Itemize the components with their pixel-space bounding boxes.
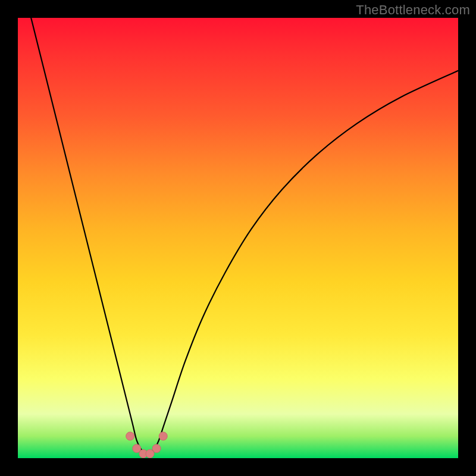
plot-area (18, 18, 458, 458)
curve-marker (152, 444, 161, 453)
chart-svg (18, 18, 458, 458)
curve-marker (126, 432, 134, 440)
curve-marker (159, 432, 167, 440)
watermark-text: TheBottleneck.com (356, 2, 470, 18)
bottleneck-curve (31, 18, 458, 455)
outer-frame: TheBottleneck.com (0, 0, 476, 476)
marker-group (126, 432, 168, 458)
